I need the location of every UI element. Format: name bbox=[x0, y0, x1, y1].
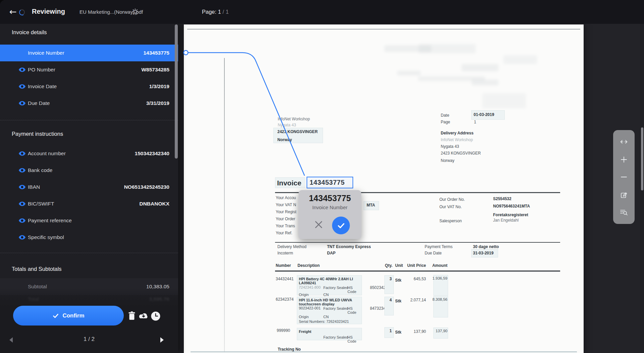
item-number: 34432441 bbox=[276, 277, 293, 281]
doc-page-current: 1 bbox=[84, 336, 87, 342]
eye-icon[interactable] bbox=[18, 67, 26, 72]
delivery-address-title: Delivery Address bbox=[441, 131, 474, 135]
field-row-po-number[interactable]: PO NumberW85734285 bbox=[0, 61, 178, 78]
invoice-number-bounding-box[interactable] bbox=[307, 177, 353, 188]
eye-icon-wrap bbox=[18, 218, 28, 223]
delivery-method-value: TNT Economy Express bbox=[327, 244, 371, 249]
eye-icon[interactable] bbox=[18, 235, 26, 240]
popup-field-name: Invoice Number bbox=[299, 204, 361, 210]
close-icon bbox=[314, 220, 323, 229]
viewer-toolbar bbox=[613, 130, 635, 224]
eye-icon-wrap bbox=[18, 67, 28, 72]
eye-icon-wrap bbox=[18, 201, 28, 207]
date-value: 01-03-2019 bbox=[474, 112, 494, 117]
item-unit: Stk bbox=[395, 299, 401, 303]
your-ref-label: Your Ref. bbox=[276, 231, 292, 235]
eye-icon[interactable] bbox=[18, 101, 26, 106]
item-part-number: 9023422-001 bbox=[299, 306, 321, 310]
document-page: InfoNet Workshop Nygata 43 2423 KONGSVIN… bbox=[184, 24, 584, 353]
field-label: Account number bbox=[28, 151, 66, 157]
edit-button[interactable] bbox=[620, 190, 628, 199]
document-canvas[interactable]: InfoNet Workshop Nygata 43 2423 KONGSVIN… bbox=[178, 24, 644, 353]
item-unit-price: 645,53 bbox=[406, 277, 426, 281]
item-seal: Factory Sealed bbox=[323, 335, 348, 339]
seller-name: InfoNet Workshop bbox=[278, 117, 310, 121]
document-scrollbar[interactable] bbox=[641, 127, 643, 190]
item-unit-price: 2.077,14 bbox=[406, 298, 426, 302]
cloud-download-icon bbox=[138, 312, 149, 320]
scan-fold-line bbox=[224, 58, 225, 352]
eye-icon-wrap bbox=[18, 235, 28, 240]
popup-field-value: 143453775 bbox=[299, 193, 361, 203]
item-unit: Stk bbox=[395, 330, 401, 335]
field-value: 3/31/2019 bbox=[146, 100, 169, 106]
confirm-button[interactable]: Confirm bbox=[13, 306, 124, 326]
field-label: Invoice Number bbox=[28, 50, 64, 56]
gear-icon[interactable] bbox=[132, 8, 139, 15]
history-button[interactable] bbox=[151, 311, 161, 322]
item-hs-label: HS Code bbox=[347, 306, 362, 314]
section-title: Totals and Subtotals bbox=[12, 264, 178, 273]
scan-smudge bbox=[462, 64, 498, 71]
page-indicator-current: 1 bbox=[218, 9, 221, 15]
next-document-button[interactable] bbox=[160, 337, 164, 344]
sidebar-scrollbar[interactable] bbox=[175, 24, 178, 159]
zoom-in-button[interactable] bbox=[621, 155, 627, 164]
field-row-account-number[interactable]: Account number150342342340 bbox=[0, 145, 178, 162]
approve-button[interactable] bbox=[332, 217, 350, 234]
item-description-box[interactable]: HPI 11.6-inch HD WLED UWVA touchscreen d… bbox=[297, 297, 362, 324]
eye-icon[interactable] bbox=[18, 84, 26, 89]
item-description: Freight bbox=[299, 330, 311, 334]
zoom-out-button[interactable] bbox=[621, 173, 627, 181]
download-button[interactable] bbox=[138, 312, 149, 321]
field-row-iban[interactable]: IBANNO6513425245230 bbox=[0, 179, 178, 195]
reject-button[interactable] bbox=[314, 220, 323, 230]
eye-icon[interactable] bbox=[18, 201, 26, 207]
delete-button[interactable] bbox=[128, 311, 136, 321]
plus-icon bbox=[621, 156, 627, 163]
incoterm-value: DAP bbox=[327, 251, 335, 255]
field-row-invoice-number[interactable]: Invoice Number143453775 bbox=[0, 45, 178, 61]
field-row-invoice-date[interactable]: Invoice Date1/3/2019 bbox=[0, 78, 178, 95]
clock-icon bbox=[151, 311, 161, 321]
bottom-rule bbox=[191, 351, 577, 352]
field-row-specific-symbol[interactable]: Specific symbol bbox=[0, 229, 178, 246]
field-label: PO Number bbox=[28, 67, 55, 73]
fit-width-button[interactable] bbox=[620, 137, 628, 146]
item-description-box[interactable]: Freight Factory Sealed HS Code bbox=[297, 328, 362, 340]
item-description-box[interactable]: HPI Battery 4C 40WHr 2.8AH LI LA098241 7… bbox=[297, 275, 362, 295]
field-value: 150342342340 bbox=[135, 151, 169, 157]
field-row-due-date[interactable]: Due Date3/31/2019 bbox=[0, 95, 178, 112]
status-ring-icon bbox=[19, 9, 25, 15]
search-document-button[interactable] bbox=[620, 208, 628, 217]
salesperson-value: Jan Engeldahl bbox=[493, 218, 519, 223]
field-label: IBAN bbox=[28, 184, 40, 190]
register-value: Foretaksregisteret bbox=[493, 213, 528, 217]
eye-icon[interactable] bbox=[18, 151, 26, 156]
scan-smudge bbox=[397, 71, 421, 75]
field-label: Bank code bbox=[28, 167, 52, 173]
item-qty: 3 bbox=[385, 277, 392, 281]
check-icon bbox=[52, 312, 59, 319]
field-row-bic-swift[interactable]: BIC/SWIFTDNBANOKX bbox=[0, 195, 178, 212]
item-serial: Serial Numbers: 72624323421 bbox=[299, 319, 349, 323]
eye-icon[interactable] bbox=[18, 184, 26, 190]
payment-terms-value: 30 dage netto bbox=[473, 244, 499, 249]
col-amount: Amount bbox=[424, 263, 447, 268]
eye-icon[interactable] bbox=[18, 218, 26, 223]
chevron-right-icon bbox=[160, 337, 164, 343]
field-row-payment-reference[interactable]: Payment reference bbox=[0, 212, 178, 229]
item-serial-value: 72624323421 bbox=[326, 319, 349, 323]
scan-smudge bbox=[472, 79, 498, 85]
eye-icon[interactable] bbox=[18, 168, 26, 173]
document-pagination: 1 / 2 bbox=[0, 336, 178, 343]
field-row-bank-code[interactable]: Bank code bbox=[0, 162, 178, 179]
col-number: Number bbox=[276, 263, 291, 268]
back-arrow-icon[interactable]: ← bbox=[7, 6, 19, 18]
our-vat-label: Our VAT No. bbox=[439, 204, 462, 209]
your-transport-label: Your Trans bbox=[276, 224, 295, 228]
your-order-label: Your Order bbox=[276, 217, 295, 221]
item-amount: 8.308,56 bbox=[427, 297, 447, 301]
section-rule bbox=[275, 242, 560, 243]
col-unit-price: Unit Price bbox=[399, 263, 426, 268]
